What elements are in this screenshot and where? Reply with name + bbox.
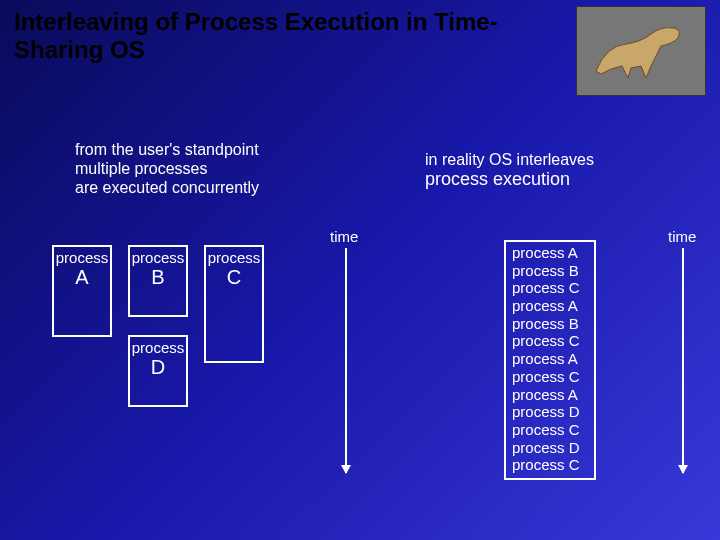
- schedule-entry: process A: [512, 244, 588, 262]
- schedule-entry: process A: [512, 297, 588, 315]
- process-box-d: process D: [128, 335, 188, 407]
- slide-title: Interleaving of Process Execution in Tim…: [14, 8, 514, 63]
- process-letter: D: [130, 356, 186, 379]
- schedule-entry: process C: [512, 279, 588, 297]
- process-box-a: process A: [52, 245, 112, 337]
- time-arrow-right: [682, 248, 684, 473]
- schedule-entry: process D: [512, 403, 588, 421]
- schedule-entry: process A: [512, 350, 588, 368]
- time-label-left: time: [330, 228, 358, 245]
- reality-caption: in reality OS interleaves process execut…: [425, 150, 594, 191]
- caption-line: in reality OS interleaves: [425, 150, 594, 169]
- process-label: process: [130, 249, 186, 266]
- schedule-entry: process C: [512, 368, 588, 386]
- process-letter: A: [54, 266, 110, 289]
- process-box-c: process C: [204, 245, 264, 363]
- schedule-entry: process D: [512, 439, 588, 457]
- process-label: process: [206, 249, 262, 266]
- process-letter: B: [130, 266, 186, 289]
- process-box-b: process B: [128, 245, 188, 317]
- caption-line: from the user's standpoint: [75, 140, 259, 159]
- process-label: process: [130, 339, 186, 356]
- process-label: process: [54, 249, 110, 266]
- time-label-right: time: [668, 228, 696, 245]
- schedule-entry: process C: [512, 332, 588, 350]
- interleaved-schedule: process Aprocess Bprocess Cprocess Aproc…: [504, 240, 596, 480]
- schedule-entry: process C: [512, 421, 588, 439]
- caption-line: are executed concurrently: [75, 178, 259, 197]
- dinosaur-image: [576, 6, 706, 96]
- caption-line: process execution: [425, 169, 594, 191]
- schedule-entry: process B: [512, 262, 588, 280]
- time-arrow-left: [345, 248, 347, 473]
- user-standpoint-caption: from the user's standpoint multiple proc…: [75, 140, 259, 198]
- schedule-entry: process C: [512, 456, 588, 474]
- process-letter: C: [206, 266, 262, 289]
- schedule-entry: process A: [512, 386, 588, 404]
- caption-line: multiple processes: [75, 159, 259, 178]
- schedule-entry: process B: [512, 315, 588, 333]
